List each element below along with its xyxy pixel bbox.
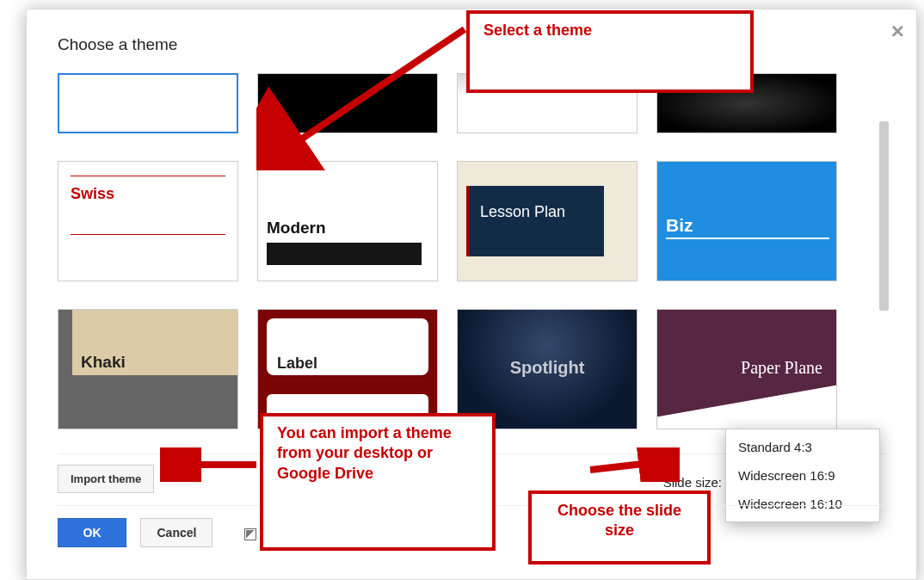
arrow-icon (256, 24, 471, 170)
theme-label: Paper Plane (741, 358, 822, 378)
annotation-import-theme: You can import a theme from your desktop… (260, 413, 496, 551)
theme-modern[interactable]: Modern (257, 161, 438, 281)
theme-label: Modern (267, 219, 437, 238)
theme-label: Spotlight (458, 358, 637, 378)
cancel-button[interactable]: Cancel (140, 518, 213, 547)
theme-label: Lesson Plan (480, 203, 565, 221)
theme-simple-light[interactable] (58, 73, 238, 133)
ok-button[interactable]: OK (58, 518, 126, 547)
annotation-slide-size: Choose the slide size (528, 491, 711, 565)
scrollbar-thumb[interactable] (879, 121, 889, 311)
decorative-wing (657, 380, 837, 429)
theme-label: Khaki (81, 353, 126, 372)
theme-label: Label (277, 355, 317, 373)
arrow-icon (160, 447, 263, 482)
theme-khaki[interactable]: Khaki (58, 309, 238, 429)
theme-spotlight[interactable]: Spotlight (457, 309, 638, 429)
theme-paper-plane[interactable]: Paper Plane (656, 309, 837, 429)
theme-label: Biz (666, 215, 693, 236)
decorative-box (466, 186, 604, 256)
arrow-icon (585, 447, 680, 482)
theme-biz[interactable]: Biz (656, 161, 837, 281)
theme-lesson-plan[interactable]: Lesson Plan (457, 161, 638, 281)
dialog-title: Choose a theme (58, 35, 177, 54)
theme-label: Swiss (71, 185, 225, 203)
annotation-select-theme: Select a theme (466, 10, 754, 93)
decorative-line (71, 176, 225, 176)
svg-line-0 (280, 29, 465, 153)
slide-size-option-4-3[interactable]: Standard 4:3 (726, 433, 879, 461)
import-theme-button[interactable]: Import theme (58, 465, 154, 493)
decorative-bar (267, 243, 422, 265)
theme-label[interactable]: Label (257, 309, 438, 429)
decorative-line (666, 238, 829, 239)
close-icon[interactable]: × (891, 20, 904, 42)
checkbox-icon[interactable] (244, 528, 256, 540)
decorative-line (71, 234, 225, 235)
slide-size-option-16-9[interactable]: Widescreen 16:9 (726, 461, 879, 490)
theme-swiss[interactable]: Swiss (58, 161, 238, 281)
svg-line-2 (590, 461, 666, 470)
